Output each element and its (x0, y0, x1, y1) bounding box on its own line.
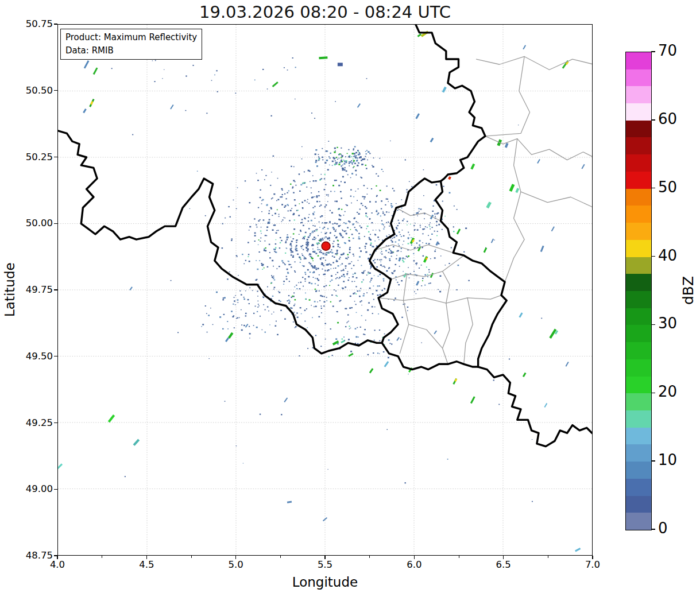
colorbar-block (626, 428, 651, 445)
radar-figure: 19.03.2026 08:20 - 08:24 UTC Product: Ma… (0, 0, 700, 597)
colorbar-block (626, 223, 651, 240)
colorbar-tick-mark (651, 256, 655, 257)
colorbar-block (626, 137, 651, 154)
colorbar-block (626, 154, 651, 172)
country-borders (58, 25, 592, 447)
colorbar-block (626, 359, 651, 377)
x-tick-mark (57, 556, 57, 559)
x-tick-mark (503, 556, 504, 559)
colorbar-tick-mark (651, 460, 655, 461)
colorbar-tick-mark (651, 529, 655, 529)
x-minor-tick-mark (548, 556, 548, 558)
radar-echoes (111, 48, 543, 502)
colorbar-block (626, 240, 651, 257)
colorbar-block (626, 342, 651, 359)
colorbar-block (626, 257, 651, 274)
x-tick-label: 6.5 (484, 559, 524, 570)
x-tick-mark (592, 556, 593, 559)
colorbar-block (626, 69, 651, 87)
y-tick-label: 49.00 (16, 483, 53, 494)
colorbar-tick-mark (651, 324, 655, 325)
gridlines (58, 25, 592, 555)
y-tick-mark (54, 157, 57, 157)
x-minor-tick-mark (280, 556, 281, 558)
y-tick-label: 50.50 (16, 85, 53, 96)
y-tick-label: 50.75 (16, 18, 53, 29)
colorbar-block (626, 274, 651, 291)
colorbar-block (626, 513, 651, 530)
map-plot-area: Product: Maximum Reflectivity Data: RMIB (57, 24, 593, 556)
page-title: 19.03.2026 08:20 - 08:24 UTC (57, 2, 593, 22)
x-tick-mark (324, 556, 325, 559)
y-axis-title: Latitude (0, 24, 20, 556)
y-tick-label: 48.75 (16, 550, 53, 561)
colorbar-tick-mark (651, 188, 655, 188)
colorbar-block (626, 52, 651, 69)
colorbar-block (626, 377, 651, 394)
x-tick-mark (414, 556, 415, 559)
y-tick-label: 50.00 (16, 218, 53, 228)
y-tick-label: 49.75 (16, 284, 53, 295)
info-product-line: Product: Maximum Reflectivity (65, 31, 197, 44)
colorbar-tick-mark (651, 119, 655, 120)
colorbar-tick-mark (651, 51, 655, 52)
info-box: Product: Maximum Reflectivity Data: RMIB (60, 29, 202, 60)
y-tick-mark (54, 422, 57, 423)
info-data-line: Data: RMIB (65, 44, 197, 57)
colorbar-block (626, 308, 651, 325)
colorbar-block (626, 189, 651, 206)
x-tick-mark (235, 556, 236, 559)
colorbar-block (626, 479, 651, 496)
x-minor-tick-mark (459, 556, 459, 558)
x-minor-tick-mark (102, 556, 102, 558)
x-tick-label: 7.0 (573, 559, 613, 570)
colorbar (625, 52, 652, 530)
colorbar-block (626, 172, 651, 189)
colorbar-block (626, 393, 651, 410)
y-tick-mark (54, 24, 57, 24)
colorbar-block (626, 86, 651, 103)
x-tick-mark (146, 556, 147, 559)
y-tick-mark (54, 489, 57, 490)
colorbar-tick-mark (651, 393, 655, 393)
x-minor-tick-mark (369, 556, 370, 558)
colorbar-block (626, 410, 651, 428)
y-tick-mark (54, 555, 57, 556)
y-tick-mark (54, 289, 57, 290)
x-tick-label: 6.0 (394, 559, 434, 570)
colorbar-block (626, 462, 651, 479)
y-tick-mark (54, 223, 57, 224)
echo-streaks (58, 32, 585, 551)
x-axis-title: Longitude (57, 575, 593, 590)
x-tick-label: 5.5 (305, 559, 345, 570)
radar-map (58, 25, 592, 555)
y-tick-label: 49.50 (16, 351, 53, 362)
colorbar-block (626, 103, 651, 121)
colorbar-block (626, 444, 651, 462)
x-tick-label: 5.0 (216, 559, 256, 570)
radar-site-marker (322, 242, 330, 250)
colorbar-block (626, 291, 651, 308)
colorbar-block (626, 325, 651, 342)
y-tick-label: 50.25 (16, 152, 53, 162)
colorbar-block (626, 206, 651, 223)
y-tick-label: 49.25 (16, 417, 53, 428)
colorbar-block (626, 496, 651, 513)
colorbar-title: dBZ (676, 52, 699, 529)
y-tick-mark (54, 356, 57, 356)
colorbar-block (626, 121, 651, 138)
admin-borders (375, 56, 592, 364)
x-minor-tick-mark (191, 556, 192, 558)
y-tick-mark (54, 90, 57, 91)
x-tick-label: 4.5 (126, 559, 167, 570)
